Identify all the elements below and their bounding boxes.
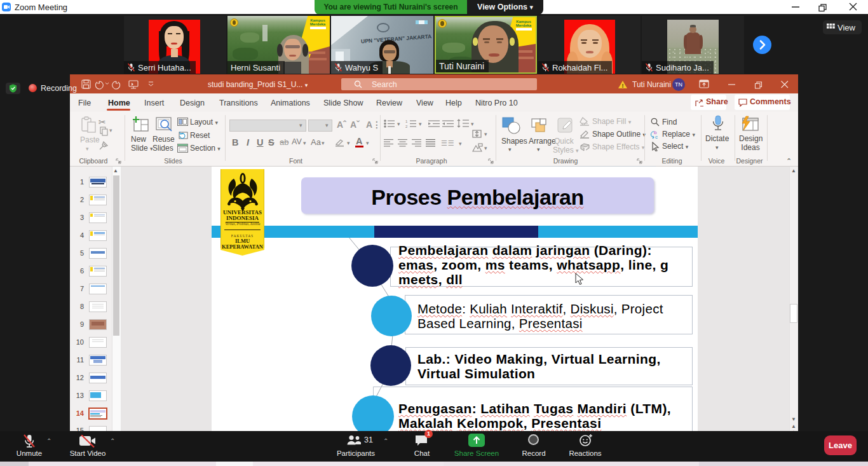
svg-text:c: c xyxy=(655,134,658,139)
svg-text:2: 2 xyxy=(405,125,408,128)
svg-text:1: 1 xyxy=(405,120,408,123)
svg-text:!: ! xyxy=(622,83,624,89)
